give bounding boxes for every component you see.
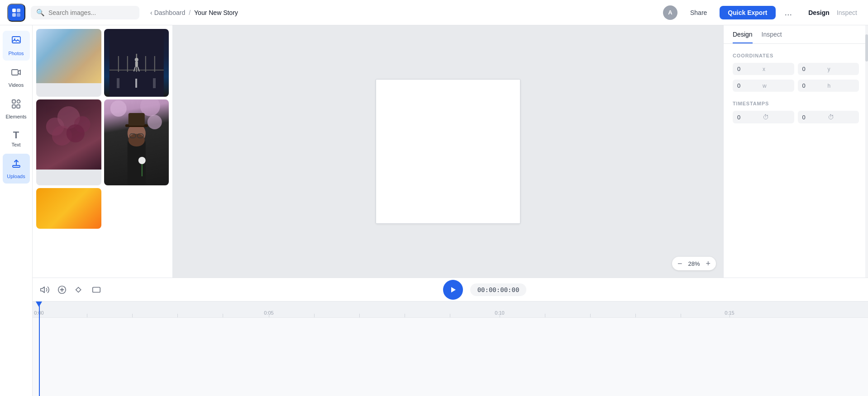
media-thumb-laptop[interactable] [36,29,101,97]
svg-rect-11 [13,165,20,167]
tab-inspect[interactable]: Inspect [762,31,782,43]
thumb-img-yellow [36,188,101,229]
sidebar-elements-label: Elements [6,114,27,119]
ts-end-input[interactable] [802,114,825,121]
tick-13 [635,314,636,317]
bottom-section: 00:00:00:00 0:00 [33,278,868,396]
header: 🔍 ‹ Dashboard / Your New Story A Share Q… [0,0,868,25]
coord-w-label: w [763,83,767,89]
coord-x-input[interactable] [737,66,760,72]
breadcrumb-dashboard[interactable]: Dashboard [154,9,186,16]
canvas-wrapper [173,25,723,278]
design-tab-header[interactable]: Design [805,9,833,16]
right-panel-tabs: Design Inspect [724,25,868,44]
svg-rect-10 [17,105,20,108]
right-panel: Design Inspect COORDINATES x [723,25,868,278]
coord-w-input[interactable] [737,82,760,89]
app-wrapper: 🔍 ‹ Dashboard / Your New Story A Share Q… [0,0,868,396]
timeline-ruler: 0:00 0:05 0:10 [33,302,868,318]
right-panel-scrollbar-thumb [865,34,868,61]
aspect-ratio-button[interactable] [91,285,101,295]
thumb-img-flowers [36,99,101,170]
svg-rect-7 [12,100,15,103]
tick-6 [314,314,315,317]
coord-w-group: w [733,80,794,92]
add-button[interactable] [57,285,67,295]
coord-wh-row: w h [733,80,859,92]
coord-x-label: x [763,66,765,72]
right-panel-scrollbar[interactable] [865,25,868,278]
coord-h-input[interactable] [802,82,825,89]
timeline-area: 0:00 0:05 0:10 [33,301,868,396]
sound-button[interactable] [40,285,50,295]
breadcrumb-current: Your New Story [194,9,238,16]
canvas-and-right: − 28% + Design Inspect COORDINATES [33,25,868,278]
tick-3 [177,314,178,317]
svg-point-27 [67,124,85,142]
search-input[interactable] [48,9,134,16]
thumb-img-man [104,99,169,185]
clock-icon-start: ⏱ [763,113,769,121]
sidebar-item-elements[interactable]: Elements [3,94,30,124]
sidebar-uploads-label: Uploads [7,174,25,179]
timeline-playhead[interactable] [39,302,40,396]
svg-point-28 [110,100,126,117]
media-thumb-flowers[interactable] [36,99,101,185]
sidebar-item-text[interactable]: T Text [3,126,30,152]
tick-5 [269,314,269,317]
text-icon: T [13,130,19,140]
sidebar-item-videos[interactable]: Videos [3,62,30,92]
timecode-display: 00:00:00:00 [470,283,527,296]
media-thumb-bridge[interactable] [104,29,169,97]
zoom-controls: − 28% + [672,257,716,270]
svg-rect-2 [12,13,16,17]
timestamps-row: ⏱ ⏱ [733,111,859,123]
coord-y-input[interactable] [802,66,825,72]
sidebar-photos-label: Photos [8,51,24,56]
tick-2 [132,314,133,317]
coord-y-label: y [828,66,830,72]
tick-7 [359,314,360,317]
media-thumb-yellow[interactable] [36,188,101,229]
tick-11 [545,314,545,317]
tab-design[interactable]: Design [733,31,753,43]
thumb-img-laptop [36,29,101,83]
svg-point-8 [17,100,20,103]
narration-button[interactable] [74,285,84,295]
header-right: A Share Quick Export ... Design Inspect [663,5,861,20]
svg-point-33 [128,134,144,146]
tick-14 [681,314,681,317]
logo-button[interactable] [7,4,25,22]
share-button[interactable]: Share [683,6,714,19]
elements-icon [11,99,22,112]
canvas-frame[interactable] [376,79,520,224]
sidebar-item-photos[interactable]: Photos [3,31,30,61]
zoom-value: 28% [686,260,702,267]
svg-rect-9 [12,105,15,108]
zoom-out-button[interactable]: − [677,259,682,268]
inspect-tab-header[interactable]: Inspect [833,9,861,16]
tick-10 [500,314,500,317]
quick-export-button[interactable]: Quick Export [720,6,775,19]
timeline-tracks [33,318,868,396]
bottom-toolbar: 00:00:00:00 [33,278,868,301]
videos-icon [11,67,22,80]
zoom-in-button[interactable]: + [706,259,711,268]
right-panel-body: COORDINATES x y [724,44,868,278]
ts-start-input[interactable] [737,114,760,121]
tick-12 [590,314,591,317]
timestamps-section: TIMESTAMPS ⏱ ⏱ [733,101,859,123]
media-thumb-man[interactable] [104,99,169,185]
breadcrumb-back[interactable]: ‹ Dashboard [150,9,185,16]
search-bar: 🔍 [31,6,139,19]
svg-rect-4 [12,37,20,43]
more-options-button[interactable]: ... [781,5,796,19]
play-button[interactable] [443,280,463,300]
sidebar-item-uploads[interactable]: Uploads [3,154,30,184]
breadcrumb-separator: / [189,9,191,16]
svg-rect-43 [93,287,100,292]
timestamps-label: TIMESTAMPS [733,101,859,106]
coord-h-group: h [798,80,859,92]
media-panel [33,25,173,278]
tick-15 [730,314,730,317]
